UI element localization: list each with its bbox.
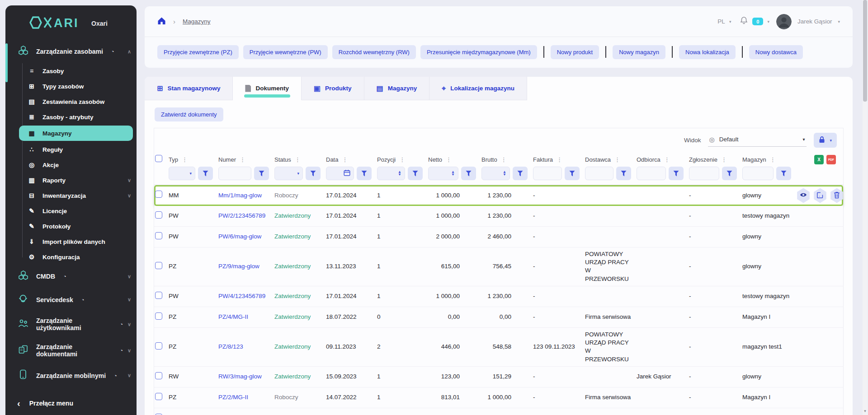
column-header-data[interactable]: Data⋮ — [326, 156, 377, 163]
column-menu-icon[interactable]: ⋮ — [240, 156, 245, 163]
column-header-odbiorca[interactable]: Odbiorca⋮ — [637, 156, 689, 163]
table-row[interactable]: PWPW/5/123456789Zatwierdzony17.01.202412… — [154, 408, 843, 415]
document-number-link[interactable]: PW/2/123456789 — [218, 212, 265, 219]
column-menu-icon[interactable]: ⋮ — [182, 156, 188, 163]
table-row[interactable]: PZPZ/2/MG-IIRoboczy14.07.20221813,011 00… — [154, 387, 843, 408]
row-checkbox[interactable] — [155, 232, 162, 239]
filter-funnel-button[interactable] — [254, 167, 269, 180]
chevron-down-icon[interactable]: ∨ — [127, 297, 131, 303]
column-header-faktura[interactable]: Faktura⋮ — [533, 156, 585, 163]
table-row[interactable]: PWPW/4/123456789Zatwierdzony17.01.202411… — [154, 286, 843, 307]
column-header-numer[interactable]: Numer⋮ — [218, 156, 274, 163]
table-row[interactable]: PZPZ/4/MG-IIZatwierdzony18.07.202200,000… — [154, 307, 843, 328]
table-row[interactable]: PWPW/2/123456789Zatwierdzony17.01.202411… — [154, 206, 843, 227]
document-action-button-1[interactable]: Przyjęcie zewnętrzne (PZ) — [157, 45, 239, 59]
sidebar-item-zarzadzanie-dokumentami[interactable]: Zarządzanie dokumentami◔∨ — [5, 337, 137, 364]
select-all-checkbox[interactable] — [155, 155, 162, 162]
table-row[interactable]: PZPZ/8/123Zatwierdzony09.11.20232446,005… — [154, 328, 843, 367]
tab-stan-magazynowy[interactable]: ⊞Stan magazynowy — [145, 77, 233, 100]
filter-funnel-button[interactable] — [669, 167, 684, 180]
filter-text-input[interactable] — [637, 167, 666, 180]
table-row[interactable]: RWRW/3/mag-glowZatwierdzony15.09.2023112… — [154, 367, 843, 387]
column-menu-icon[interactable]: ⋮ — [295, 156, 301, 163]
language-caret-icon[interactable]: ▾ — [729, 19, 731, 24]
dropdown-caret-icon[interactable]: ▾ — [189, 171, 192, 176]
document-number-link[interactable]: Mm/1/mag-glow — [218, 192, 262, 199]
menu-toggle[interactable]: ‹ Przełącz menu — [5, 393, 137, 415]
sidebar-item-zarzadzanie-mobilnymi[interactable]: Zarządzanie mobilnymi◔∨ — [5, 364, 137, 387]
sidebar-item-zasoby-atrybuty[interactable]: ≣Zasoby - atrybuty — [5, 109, 137, 125]
filter-select-input[interactable]: ▾ — [274, 167, 303, 180]
column-menu-icon[interactable]: ⋮ — [770, 156, 776, 163]
row-checkbox[interactable] — [155, 312, 162, 320]
filter-text-input[interactable] — [689, 167, 719, 180]
document-number-link[interactable]: PW/6/mag-glow — [218, 233, 261, 240]
lock-view-button[interactable]: ▾ — [814, 133, 837, 148]
sidebar-item-licencje[interactable]: ✎Licencje — [5, 203, 137, 219]
create-button-1[interactable]: Nowy produkt — [551, 45, 599, 59]
column-menu-icon[interactable]: ⋮ — [614, 156, 620, 163]
sidebar-item-akcje[interactable]: ◎Akcje — [5, 157, 137, 173]
row-checkbox[interactable] — [155, 342, 162, 350]
document-number-link[interactable]: PZ/8/123 — [218, 343, 243, 350]
tab-magazyny[interactable]: ▤Magazyny — [364, 77, 430, 100]
chevron-down-icon[interactable]: ∨ — [127, 274, 131, 280]
document-number-link[interactable]: PZ/9/mag-glow — [218, 263, 259, 270]
filter-funnel-button[interactable] — [776, 167, 791, 180]
sidebar-item-inwentaryzacja[interactable]: ⊟Inwentaryzacja∨ — [5, 188, 137, 203]
tab-dokumenty[interactable]: Dokumenty — [233, 77, 302, 100]
row-checkbox[interactable] — [155, 211, 162, 219]
create-button-2[interactable]: Nowy magazyn — [613, 45, 665, 59]
row-checkbox[interactable] — [155, 393, 162, 400]
document-number-link[interactable]: PW/4/123456789 — [218, 293, 265, 299]
chevron-up-icon[interactable]: ∧ — [127, 49, 131, 55]
filter-funnel-button[interactable] — [722, 167, 737, 180]
table-row[interactable]: MMMm/1/mag-glowRoboczy17.01.202411 000,0… — [154, 185, 843, 206]
sidebar-item-protokoly[interactable]: ✎Protokoły — [5, 219, 137, 234]
column-menu-icon[interactable]: ⋮ — [501, 156, 507, 163]
sidebar-item-zestawienia-zasobow[interactable]: ▤Zestawienia zasobów — [5, 94, 137, 109]
column-menu-icon[interactable]: ⋮ — [721, 156, 727, 163]
sidebar-item-zarzadzanie-uzytkownikami[interactable]: Zarządzanie użytkownikami◔∨ — [5, 311, 137, 337]
bell-icon[interactable] — [740, 16, 748, 27]
language-selector[interactable]: PL — [717, 18, 725, 25]
sidebar-item-zarzadzanie-zasobami[interactable]: Zarządzanie zasobami◔∧ — [5, 40, 137, 63]
notification-badge[interactable]: 0 — [752, 18, 763, 25]
filter-funnel-button[interactable] — [408, 167, 423, 180]
sidebar-item-reguly[interactable]: ∴Reguły — [5, 142, 137, 157]
filter-funnel-button[interactable] — [616, 167, 631, 180]
breadcrumb-current[interactable]: Magazyny — [183, 18, 211, 25]
filter-number-input[interactable]: ▲▼ — [377, 167, 405, 180]
document-action-button-4[interactable]: Przesunięcie międzymagazynowe (Mm) — [420, 45, 537, 59]
number-spinner[interactable]: ▲▼ — [503, 171, 506, 176]
filter-number-input[interactable]: ▲▼ — [481, 167, 510, 180]
preview-button[interactable] — [797, 188, 810, 203]
filter-date-input[interactable] — [326, 167, 354, 180]
delete-button[interactable] — [830, 188, 844, 203]
document-number-link[interactable]: PZ/2/MG-II — [218, 394, 248, 401]
sidebar-item-servicedesk[interactable]: Servicedesk◔∨ — [5, 288, 137, 311]
column-header-status[interactable]: Status⋮ — [274, 156, 326, 163]
row-checkbox[interactable] — [155, 292, 162, 299]
tab-lokalizacje-magazynu[interactable]: ⌖Lokalizacje magazynu — [429, 77, 527, 100]
sidebar-item-typy-zasobow[interactable]: ⊞Typy zasobów — [5, 79, 137, 94]
sidebar-item-import-plikow-danych[interactable]: ⇓Import plików danych — [5, 234, 137, 249]
column-menu-icon[interactable]: ⋮ — [664, 156, 670, 163]
create-button-4[interactable]: Nowy dostawca — [749, 45, 803, 59]
export-excel-icon[interactable]: X — [814, 155, 824, 164]
column-header-dostawca[interactable]: Dostawca⋮ — [585, 156, 637, 163]
filter-text-input[interactable] — [533, 167, 562, 180]
user-name[interactable]: Jarek Gąsior — [797, 18, 832, 25]
row-checkbox[interactable] — [155, 414, 162, 415]
scrollbar-thumb[interactable] — [863, 0, 867, 102]
chevron-down-icon[interactable]: ∨ — [127, 193, 131, 199]
chevron-down-icon[interactable]: ∨ — [127, 373, 131, 378]
filter-funnel-button[interactable] — [565, 167, 580, 180]
column-header-zgłoszenie[interactable]: Zgłoszenie⋮ — [689, 156, 742, 163]
number-spinner[interactable]: ▲▼ — [451, 171, 455, 176]
column-menu-icon[interactable]: ⋮ — [399, 156, 405, 163]
sidebar-item-raporty[interactable]: ▥Raporty∨ — [5, 173, 137, 188]
column-menu-icon[interactable]: ⋮ — [342, 156, 348, 163]
column-header-netto[interactable]: Netto⋮ — [428, 156, 481, 163]
column-menu-icon[interactable]: ⋮ — [446, 156, 452, 163]
